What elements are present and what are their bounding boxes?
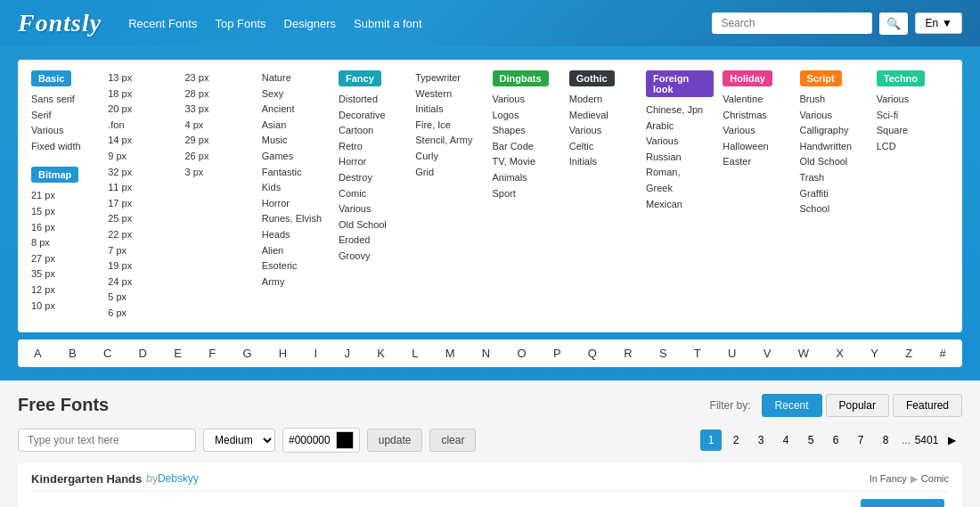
page-6[interactable]: 6 [825,429,846,451]
menu-various[interactable]: Various [31,123,99,139]
menu-15px[interactable]: 15 px [31,204,99,220]
size-fon[interactable]: .fon [108,118,176,134]
menu-10px[interactable]: 10 px [31,298,99,315]
menu-logos[interactable]: Logos [493,108,560,124]
menu-initials[interactable]: Initials [415,102,483,118]
menu-asian[interactable]: Asian [262,118,330,134]
alpha-L[interactable]: L [409,347,421,360]
menu-greek[interactable]: Greek [646,181,714,197]
menu-retro[interactable]: Retro [339,139,406,155]
menu-sans-serif[interactable]: Sans serif [31,92,99,108]
nav-top-fonts[interactable]: Top Fonts [215,17,265,30]
badge-gothic[interactable]: Gothic [569,70,615,86]
logo[interactable]: Fontsly [18,9,102,37]
menu-comic[interactable]: Comic [339,186,406,202]
font-name[interactable]: Kindergarten Hands [31,472,142,486]
menu-graffiti[interactable]: Graffiti [800,186,868,202]
alpha-Q[interactable]: Q [585,347,600,360]
breadcrumb-in-fancy[interactable]: In Fancy [870,473,907,484]
menu-gothic-modern[interactable]: Modern [569,92,637,108]
menu-trash[interactable]: Trash [800,170,868,186]
menu-distorted[interactable]: Distorted [339,92,406,108]
size-17[interactable]: 17 px [108,196,176,212]
menu-gothic-various[interactable]: Various [569,123,637,139]
preview-text-input[interactable] [18,429,196,452]
menu-shapes[interactable]: Shapes [493,123,560,139]
menu-gothic-celtic[interactable]: Celtic [569,139,637,155]
size-5[interactable]: 5 px [108,290,176,306]
alpha-Z[interactable]: Z [902,347,915,360]
menu-serif[interactable]: Serif [31,108,99,124]
alpha-A[interactable]: A [31,347,45,360]
menu-eroded[interactable]: Eroded [339,233,406,249]
size-9[interactable]: 9 px [108,149,176,165]
alpha-I[interactable]: I [312,347,321,360]
alpha-K[interactable]: K [374,347,388,360]
page-next[interactable]: ▶ [941,429,962,451]
alpha-C[interactable]: C [101,347,114,360]
filter-featured[interactable]: Featured [893,394,962,417]
size-33[interactable]: 33 px [185,102,253,118]
menu-old-school[interactable]: Old School [339,217,406,233]
size-25[interactable]: 25 px [108,211,176,227]
menu-christmas[interactable]: Christmas [723,108,790,124]
menu-roman[interactable]: Roman, [646,165,714,181]
menu-games[interactable]: Games [262,149,330,165]
menu-horror[interactable]: Horror [339,154,406,170]
badge-dingbats[interactable]: Dingbats [493,70,549,86]
size-22[interactable]: 22 px [108,227,176,243]
menu-ancient[interactable]: Ancient [262,102,330,118]
menu-script-various[interactable]: Various [800,108,868,124]
menu-brush[interactable]: Brush [800,92,868,108]
menu-27px[interactable]: 27 px [31,251,99,267]
menu-various[interactable]: Various [339,201,406,217]
menu-cartoon[interactable]: Cartoon [339,123,406,139]
alpha-P[interactable]: P [551,347,564,360]
size-4[interactable]: 4 px [185,118,253,134]
menu-12px[interactable]: 12 px [31,282,99,298]
size-20[interactable]: 20 px [108,102,176,118]
alpha-Y[interactable]: Y [868,347,881,360]
alpha-hash[interactable]: # [936,347,948,360]
badge-fancy[interactable]: Fancy [339,70,381,86]
download-button[interactable]: Download [861,499,944,508]
menu-calligraphy[interactable]: Calligraphy [800,123,868,139]
badge-holiday[interactable]: Holiday [723,70,772,86]
menu-army[interactable]: Army [262,274,330,290]
page-total[interactable]: 5401 [916,429,937,451]
alpha-X[interactable]: X [833,347,846,360]
filter-recent[interactable]: Recent [762,394,822,417]
menu-esoteric[interactable]: Esoteric [262,258,330,274]
badge-foreign[interactable]: Foreign look [646,70,714,97]
menu-16px[interactable]: 16 px [31,220,99,236]
menu-western[interactable]: Western [415,86,483,102]
breadcrumb-comic[interactable]: Comic [921,473,949,484]
size-26[interactable]: 26 px [185,149,253,165]
menu-animals[interactable]: Animals [493,170,560,186]
menu-chinese[interactable]: Chinese, Jpn [646,102,714,119]
menu-mexican[interactable]: Mexican [646,197,714,213]
alpha-M[interactable]: M [443,347,458,360]
menu-sport[interactable]: Sport [493,186,560,202]
menu-halloween[interactable]: Halloween [723,139,790,155]
menu-35px[interactable]: 35 px [31,266,99,282]
menu-21px[interactable]: 21 px [31,188,99,204]
badge-script[interactable]: Script [800,70,842,86]
menu-heads[interactable]: Heads [262,227,330,243]
page-8[interactable]: 8 [875,429,896,451]
alpha-V[interactable]: V [761,347,774,360]
menu-horror[interactable]: Horror [262,196,330,212]
page-2[interactable]: 2 [725,429,747,451]
menu-holiday-various[interactable]: Various [723,123,790,139]
menu-destroy[interactable]: Destroy [339,170,406,186]
alpha-J[interactable]: J [341,347,353,360]
size-29[interactable]: 29 px [185,133,253,149]
menu-ding-various[interactable]: Various [493,92,560,108]
alpha-B[interactable]: B [66,347,79,360]
nav-designers[interactable]: Designers [284,17,337,30]
menu-nature[interactable]: Nature [262,70,330,86]
filter-popular[interactable]: Popular [826,394,889,417]
menu-fixed-width[interactable]: Fixed width [31,139,99,155]
menu-tv-movie[interactable]: TV, Movie [493,154,560,170]
menu-foreign-various[interactable]: Various [646,134,714,150]
